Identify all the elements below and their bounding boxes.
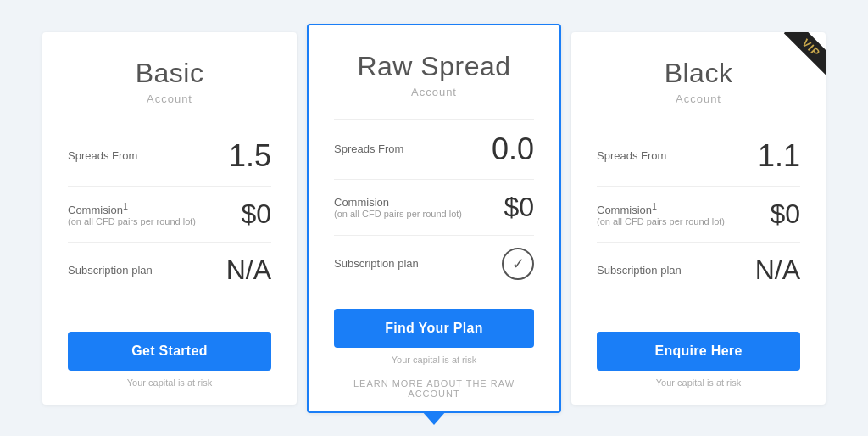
arrow-down-icon: [422, 411, 446, 425]
spreads-value: 0.0: [492, 131, 534, 167]
vip-label: VIP: [784, 32, 826, 75]
card-black: VIP Black Account Spreads From 1.1 Commi…: [571, 32, 826, 405]
commission-sublabel: (on all CFD pairs per round lot): [334, 209, 462, 219]
commission-sublabel: (on all CFD pairs per round lot): [68, 216, 196, 226]
card-title: Black: [597, 58, 800, 89]
commission-value: $0: [504, 192, 534, 223]
spreads-label: Spreads From: [68, 149, 137, 162]
spreads-row: Spreads From 1.1: [597, 126, 800, 186]
spreads-label: Spreads From: [334, 143, 403, 155]
cta-button[interactable]: Find Your Plan: [334, 309, 534, 348]
card-button-section: Get Started Your capital is at risk: [68, 315, 271, 388]
subscription-row: Subscription plan N/A: [68, 242, 271, 298]
commission-label: Commision (on all CFD pairs per round lo…: [334, 196, 462, 219]
commission-label: Commision1 (on all CFD pairs per round l…: [68, 201, 196, 226]
subscription-label: Subscription plan: [334, 257, 419, 270]
card-button-section: Find Your Plan Your capital is at risk: [334, 292, 534, 365]
commission-label: Commision1 (on all CFD pairs per round l…: [597, 201, 725, 226]
spreads-label: Spreads From: [597, 149, 666, 162]
cards-container: Basic Account Spreads From 1.5 Commision…: [0, 7, 868, 430]
commission-row: Commision (on all CFD pairs per round lo…: [334, 179, 534, 235]
spreads-row: Spreads From 0.0: [334, 119, 534, 179]
subscription-label: Subscription plan: [68, 264, 153, 277]
commission-row: Commision1 (on all CFD pairs per round l…: [68, 186, 271, 242]
card-basic: Basic Account Spreads From 1.5 Commision…: [42, 32, 297, 405]
card-raw-spread: Raw Spread Account Spreads From 0.0 Comm…: [307, 24, 561, 413]
card-subtitle: Account: [334, 86, 534, 98]
commission-row: Commision1 (on all CFD pairs per round l…: [597, 186, 800, 242]
spreads-row: Spreads From 1.5: [68, 126, 271, 186]
risk-text: Your capital is at risk: [127, 377, 212, 388]
commission-value: $0: [241, 198, 271, 230]
card-button-section: Enquire Here Your capital is at risk: [597, 315, 800, 388]
subscription-value: N/A: [755, 254, 800, 286]
risk-text: Your capital is at risk: [656, 377, 741, 388]
learn-more-link[interactable]: LEARN MORE ABOUT THE RAW ACCOUNT: [334, 378, 534, 399]
check-icon: ✓: [502, 248, 534, 280]
cta-button[interactable]: Enquire Here: [597, 332, 800, 371]
card-title: Basic: [68, 58, 271, 89]
spreads-value: 1.5: [229, 138, 271, 174]
subscription-row: Subscription plan N/A: [597, 242, 800, 298]
commission-sublabel: (on all CFD pairs per round lot): [597, 216, 725, 226]
card-title: Raw Spread: [334, 51, 534, 82]
card-subtitle: Account: [597, 92, 800, 105]
spreads-value: 1.1: [758, 138, 800, 174]
subscription-label: Subscription plan: [597, 264, 682, 277]
risk-text: Your capital is at risk: [392, 355, 476, 365]
vip-badge: VIP: [775, 32, 826, 83]
cta-button[interactable]: Get Started: [68, 332, 271, 371]
card-subtitle: Account: [68, 92, 271, 105]
subscription-row: Subscription plan ✓: [334, 235, 534, 292]
commission-value: $0: [770, 198, 800, 230]
subscription-value: N/A: [226, 254, 271, 286]
